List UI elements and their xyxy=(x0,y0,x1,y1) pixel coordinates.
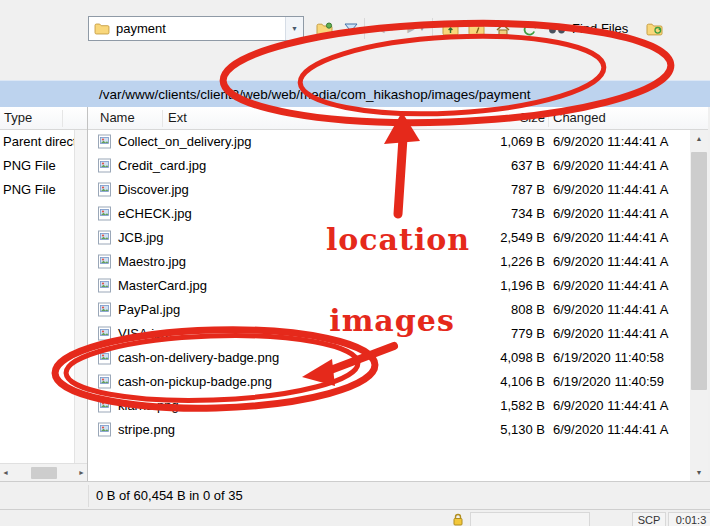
column-header-changed[interactable]: Changed xyxy=(553,107,606,129)
file-size: 1,196 B xyxy=(388,274,545,298)
file-name: JCB.jpg xyxy=(118,226,164,250)
image-file-icon xyxy=(98,278,111,293)
remote-file-panel: Name Ext Size Changed Collect_on_deliver… xyxy=(88,107,708,481)
vertical-scrollbar[interactable]: ▲ ▼ xyxy=(690,130,708,481)
image-file-icon xyxy=(98,302,111,317)
column-header-size[interactable]: Size xyxy=(418,107,545,129)
column-header-name[interactable]: Name xyxy=(100,107,135,129)
protocol-label: SCP xyxy=(638,514,661,526)
lock-icon xyxy=(451,512,465,526)
file-changed: 6/9/2020 11:44:41 A xyxy=(553,178,668,202)
address-path: /var/www/clients/client2/web/web/media/c… xyxy=(99,87,530,102)
protocol-cell[interactable]: SCP xyxy=(632,512,666,526)
location-toolbar: payment ▼ ◄ ▼ ► ▼ xyxy=(0,0,710,50)
selection-summary: 0 B of 60,454 B in 0 of 35 xyxy=(96,488,243,503)
back-button[interactable]: ◄ ▼ xyxy=(370,16,400,41)
file-size: 808 B xyxy=(388,298,545,322)
duration-label: 0:01:3 xyxy=(676,514,707,526)
chevron-down-icon[interactable]: ▼ xyxy=(285,17,303,40)
file-size: 4,098 B xyxy=(388,346,545,370)
parent-directory-button[interactable] xyxy=(438,16,463,41)
image-file-icon xyxy=(98,398,111,413)
hscroll-thumb[interactable] xyxy=(31,467,57,479)
refresh-button[interactable] xyxy=(516,16,541,41)
root-directory-button[interactable] xyxy=(464,16,489,41)
file-row[interactable]: stripe.png 5,130 B 6/9/2020 11:44:41 A xyxy=(88,418,708,442)
file-row[interactable]: klarna.png 1,582 B 6/9/2020 11:44:41 A xyxy=(88,394,708,418)
toolbar-separator xyxy=(432,18,433,39)
folder-bookmark-icon xyxy=(316,22,333,36)
directory-combo-value: payment xyxy=(116,21,166,36)
file-row[interactable]: eCHECK.jpg 734 B 6/9/2020 11:44:41 A xyxy=(88,202,708,226)
file-row[interactable]: Discover.jpg 787 B 6/9/2020 11:44:41 A xyxy=(88,178,708,202)
home-directory-button[interactable] xyxy=(490,16,515,41)
file-size: 1,582 B xyxy=(388,394,545,418)
home-icon xyxy=(495,22,511,36)
sync-browsing-button[interactable] xyxy=(642,16,667,41)
address-bar[interactable]: /var/www/clients/client2/web/web/media/c… xyxy=(0,80,710,107)
file-row[interactable]: VISA.jpg 779 B 6/9/2020 11:44:41 A xyxy=(88,322,708,346)
refresh-icon xyxy=(521,22,537,36)
status-bar: 0 B of 60,454 B in 0 of 35 xyxy=(0,481,710,509)
scroll-right-icon[interactable]: ► xyxy=(78,469,85,476)
image-file-icon xyxy=(98,350,111,365)
image-file-icon xyxy=(98,230,111,245)
vscroll-thumb[interactable] xyxy=(691,152,707,390)
file-name: MasterCard.jpg xyxy=(118,274,207,298)
folder-root-icon xyxy=(468,22,485,36)
session-statusbar: SCP 0:01:3 xyxy=(0,509,710,526)
file-row[interactable]: cash-on-pickup-badge.png 4,106 B 6/19/20… xyxy=(88,370,708,394)
file-size: 4,106 B xyxy=(388,370,545,394)
file-row[interactable]: cash-on-delivery-badge.png 4,098 B 6/19/… xyxy=(88,346,708,370)
scroll-down-icon[interactable]: ▼ xyxy=(690,464,708,481)
file-row[interactable]: Maestro.jpg 1,226 B 6/9/2020 11:44:41 A xyxy=(88,250,708,274)
local-panel-vscrollbar[interactable] xyxy=(74,130,87,463)
header-separator xyxy=(162,110,163,127)
file-row[interactable]: JCB.jpg 2,549 B 6/9/2020 11:44:41 A xyxy=(88,226,708,250)
file-name: PayPal.jpg xyxy=(118,298,180,322)
image-file-icon xyxy=(98,374,111,389)
directory-combo[interactable]: payment ▼ xyxy=(88,16,304,41)
filter-button[interactable] xyxy=(338,16,363,41)
find-files-button[interactable]: Find Files xyxy=(544,16,638,41)
type-cell[interactable]: PNG File xyxy=(0,154,74,178)
image-file-icon xyxy=(98,206,111,221)
file-changed: 6/9/2020 11:44:41 A xyxy=(553,274,668,298)
file-name: eCHECK.jpg xyxy=(118,202,192,226)
file-name: cash-on-delivery-badge.png xyxy=(118,346,279,370)
forward-icon: ► xyxy=(405,22,417,36)
file-row[interactable]: Credit_card.jpg 637 B 6/9/2020 11:44:41 … xyxy=(88,154,708,178)
file-name: VISA.jpg xyxy=(118,322,169,346)
file-name: Collect_on_delivery.jpg xyxy=(118,130,251,154)
file-size: 5,130 B xyxy=(388,418,545,442)
column-header-ext[interactable]: Ext xyxy=(168,107,187,129)
file-row[interactable]: Collect_on_delivery.jpg 1,069 B 6/9/2020… xyxy=(88,130,708,154)
binoculars-icon xyxy=(548,22,566,35)
open-directory-button[interactable] xyxy=(312,16,337,41)
file-row[interactable]: MasterCard.jpg 1,196 B 6/9/2020 11:44:41… xyxy=(88,274,708,298)
file-size: 779 B xyxy=(388,322,545,346)
file-changed: 6/9/2020 11:44:41 A xyxy=(553,130,668,154)
file-name: klarna.png xyxy=(118,394,179,418)
file-changed: 6/9/2020 11:44:41 A xyxy=(553,202,668,226)
file-changed: 6/9/2020 11:44:41 A xyxy=(553,418,668,442)
scroll-left-icon[interactable]: ◄ xyxy=(2,469,9,476)
folder-sync-icon xyxy=(646,22,663,36)
find-files-label: Find Files xyxy=(572,21,628,36)
file-size: 637 B xyxy=(388,154,545,178)
local-panel-partial: Type Parent directPNG FilePNG File ◄ ► xyxy=(0,107,88,481)
scroll-up-icon[interactable]: ▲ xyxy=(690,130,708,147)
chevron-down-icon: ▼ xyxy=(419,26,425,32)
file-row[interactable]: PayPal.jpg 808 B 6/9/2020 11:44:41 A xyxy=(88,298,708,322)
type-cell[interactable]: PNG File xyxy=(0,178,74,202)
forward-button[interactable]: ► ▼ xyxy=(400,16,430,41)
toolbar-separator xyxy=(364,18,365,39)
file-changed: 6/19/2020 11:40:59 xyxy=(553,370,664,394)
file-name: Maestro.jpg xyxy=(118,250,186,274)
column-header-type[interactable]: Type xyxy=(4,107,32,129)
local-panel-hscrollbar[interactable]: ◄ ► xyxy=(0,463,87,481)
file-size: 1,069 B xyxy=(388,130,545,154)
type-cell[interactable]: Parent direct xyxy=(0,130,74,154)
header-separator xyxy=(548,110,549,127)
back-icon: ◄ xyxy=(375,22,387,36)
